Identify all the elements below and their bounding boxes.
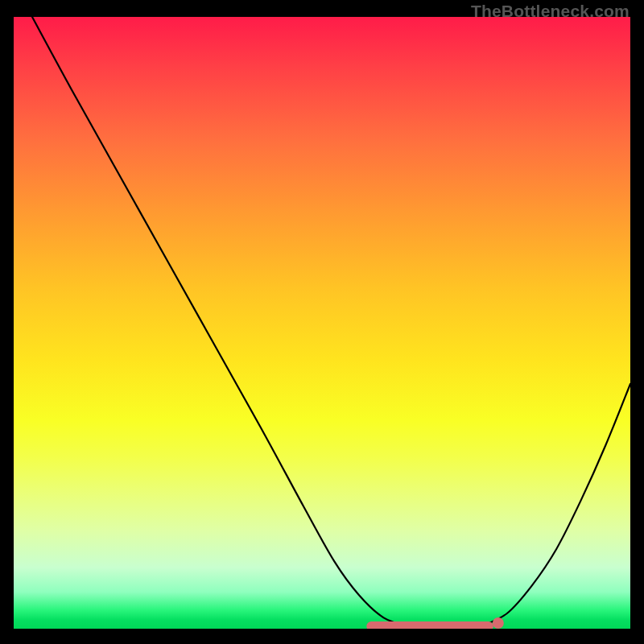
flat-zone-end-dot: [493, 617, 504, 629]
attribution-text: TheBottleneck.com: [471, 2, 630, 21]
chart-svg: [14, 17, 630, 629]
bottleneck-curve: [32, 17, 630, 628]
plot-area: [14, 17, 630, 629]
chart-frame: TheBottleneck.com: [0, 0, 644, 644]
